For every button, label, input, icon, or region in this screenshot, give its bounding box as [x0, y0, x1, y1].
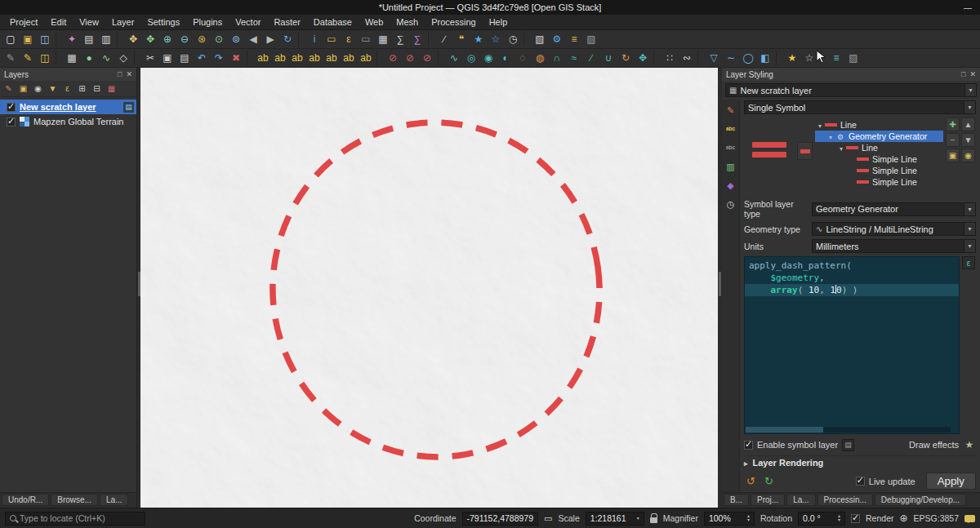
- cut-features-button[interactable]: ✂: [142, 50, 158, 66]
- add-part-button[interactable]: ◉: [480, 50, 497, 66]
- python-console-button[interactable]: ≡: [828, 50, 844, 66]
- data-defined-override-button[interactable]: ▤: [842, 439, 854, 451]
- new-scratch-layer-button[interactable]: ▦: [64, 50, 80, 66]
- labels-tab-button[interactable]: abc: [724, 122, 737, 135]
- layer-visibility-checkbox[interactable]: [7, 118, 16, 126]
- style-manager-button[interactable]: ✦: [64, 31, 80, 47]
- move-up-symbol-layer-button[interactable]: ▲: [961, 118, 975, 131]
- add-line-feature-button[interactable]: ∿: [98, 50, 114, 66]
- memory-layer-indicator-icon[interactable]: ▤: [123, 102, 134, 113]
- no-callouts-button[interactable]: ⊘: [419, 50, 435, 66]
- rotate-feature-button[interactable]: ↻: [617, 50, 634, 66]
- filter-legend-button[interactable]: ▼: [46, 82, 60, 95]
- split-features-button[interactable]: ∕: [583, 50, 599, 66]
- symbol-node-simple-line-2[interactable]: Simple Line: [815, 165, 943, 176]
- minimize-icon[interactable]: —: [964, 3, 972, 12]
- zoom-to-layer-button[interactable]: ⊚: [228, 31, 244, 47]
- symbol-swatch[interactable]: [797, 142, 813, 160]
- layer-row-mapzen-global-terrain[interactable]: Mapzen Global Terrain: [0, 114, 136, 129]
- symbol-mode-combo[interactable]: Single Symbol: [744, 100, 976, 114]
- layer-visibility-checkbox[interactable]: [7, 103, 16, 112]
- processing-toolbox-button[interactable]: ⚙: [549, 31, 565, 47]
- move-label-button[interactable]: ab: [323, 50, 340, 66]
- zoom-next-button[interactable]: ▶: [262, 31, 278, 47]
- identify-features-button[interactable]: i: [306, 31, 323, 47]
- open-attribute-table-button[interactable]: ▦: [375, 31, 391, 47]
- new-project-button[interactable]: ▢: [2, 31, 19, 47]
- symbol-node-simple-line-3[interactable]: Simple Line: [815, 176, 943, 188]
- data-source-manager-button[interactable]: ▨: [583, 31, 599, 47]
- symbol-node-geometry-generator[interactable]: Geometry Generator: [815, 131, 943, 142]
- select-by-radius-button[interactable]: ◯: [740, 50, 756, 66]
- tree-expand-icon[interactable]: [818, 120, 822, 130]
- plugin-manager-button[interactable]: ▨: [845, 50, 862, 66]
- refresh-map-button[interactable]: ↻: [279, 31, 296, 47]
- add-ring-button[interactable]: ◎: [463, 50, 479, 66]
- menu-help[interactable]: Help: [483, 16, 514, 29]
- save-layer-edits-button[interactable]: ◫: [37, 50, 53, 66]
- collapse-all-button[interactable]: ⊟: [90, 82, 104, 95]
- diagrams-tab-button[interactable]: ▥: [724, 160, 737, 173]
- offset-curve-button[interactable]: ≈: [566, 50, 582, 66]
- change-label-button[interactable]: ab: [358, 50, 374, 66]
- highlight-labels-button[interactable]: ab: [306, 50, 323, 66]
- draw-effects-star-icon[interactable]: [963, 438, 976, 451]
- open-layer-styling-button[interactable]: ✎: [2, 82, 16, 95]
- new-map-view-button[interactable]: ▧: [532, 31, 548, 47]
- menu-edit[interactable]: Edit: [44, 16, 73, 29]
- 3d-view-tab-button[interactable]: ◆: [724, 179, 737, 192]
- deselect-features-button[interactable]: ▭: [358, 31, 374, 47]
- menu-plugins[interactable]: Plugins: [186, 16, 229, 29]
- statistical-summary-button[interactable]: ≡: [566, 31, 582, 47]
- simplify-feature-button[interactable]: ∿: [446, 50, 462, 66]
- symbology-undo-icon[interactable]: ↺: [744, 474, 758, 488]
- messages-icon[interactable]: [964, 515, 975, 522]
- delete-selected-button[interactable]: ✖: [228, 50, 244, 66]
- select-by-expression-button[interactable]: ε: [341, 31, 357, 47]
- zoom-to-selection-button[interactable]: ⊙: [211, 31, 227, 47]
- scale-combo[interactable]: 1:218161: [586, 512, 644, 526]
- no-diagrams-button[interactable]: ⊘: [402, 50, 418, 66]
- delete-part-button[interactable]: ◍: [532, 50, 548, 66]
- masks-tab-button[interactable]: abc: [724, 141, 737, 154]
- menu-settings[interactable]: Settings: [140, 16, 186, 29]
- undock-panel-icon[interactable]: □: [961, 70, 965, 78]
- new-annotation-button[interactable]: ★: [784, 50, 800, 66]
- geometry-type-combo[interactable]: ∿ LineString / MultiLineString: [812, 222, 976, 236]
- form-annotation-button[interactable]: ☆: [801, 50, 817, 66]
- menu-view[interactable]: View: [73, 16, 105, 29]
- undock-panel-icon[interactable]: □: [118, 70, 122, 78]
- tab-processing-right[interactable]: Processin...: [817, 494, 873, 506]
- menu-vector[interactable]: Vector: [229, 16, 267, 29]
- enable-tracing-button[interactable]: ∾: [679, 50, 695, 66]
- copy-features-button[interactable]: ▣: [159, 50, 176, 66]
- expression-editor-hscrollbar[interactable]: [746, 427, 951, 433]
- pan-to-selection-button[interactable]: ✥: [142, 31, 158, 47]
- rotation-spinbox[interactable]: 0.0 °: [798, 512, 845, 526]
- expression-editor[interactable]: apply_dash_pattern( $geometry, array( 10…: [744, 256, 960, 434]
- invert-selection-button[interactable]: ◧: [757, 50, 773, 66]
- apply-button[interactable]: Apply: [926, 473, 976, 490]
- tab-layers[interactable]: La...: [100, 494, 128, 506]
- zoom-last-button[interactable]: ◀: [245, 31, 261, 47]
- measure-line-button[interactable]: ∕: [436, 31, 452, 47]
- statistics-button[interactable]: ∑: [409, 31, 425, 47]
- reshape-features-button[interactable]: ∩: [549, 50, 565, 66]
- symbology-redo-icon[interactable]: ↻: [762, 474, 776, 488]
- map-canvas[interactable]: [140, 68, 718, 508]
- coordinate-input[interactable]: -791152,4788979: [462, 512, 539, 526]
- paste-features-button[interactable]: ▤: [176, 50, 193, 66]
- filter-by-expression-button[interactable]: ε: [60, 82, 74, 95]
- units-combo[interactable]: Millimeters: [812, 239, 976, 253]
- zoom-in-button[interactable]: ⊕: [159, 31, 176, 47]
- tree-expand-icon[interactable]: [829, 131, 832, 141]
- menu-layer[interactable]: Layer: [105, 16, 141, 29]
- fill-ring-button[interactable]: ◐: [497, 50, 514, 66]
- tab-debugging-right[interactable]: Debugging/Develop...: [875, 494, 966, 506]
- add-group-button[interactable]: ▣: [16, 82, 30, 95]
- menu-raster[interactable]: Raster: [267, 16, 306, 29]
- field-calculator-button[interactable]: ∑: [392, 31, 408, 47]
- add-symbol-layer-button[interactable]: ✚: [946, 118, 960, 131]
- tree-expand-icon[interactable]: [840, 143, 843, 153]
- layout-manager-button[interactable]: ▥: [98, 31, 114, 47]
